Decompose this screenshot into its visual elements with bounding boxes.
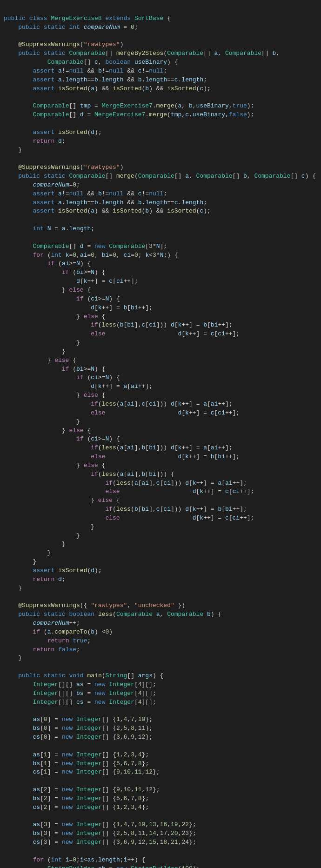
code-editor: public class MergeExercise8 extends Sort… <box>0 4 321 868</box>
